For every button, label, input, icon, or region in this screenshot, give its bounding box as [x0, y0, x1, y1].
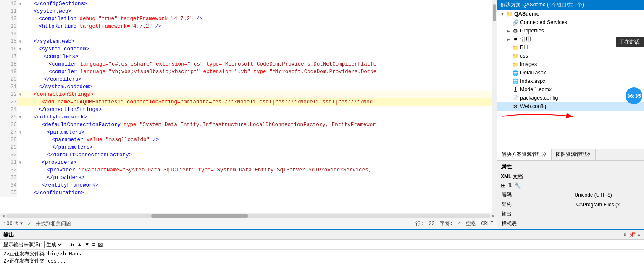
code-line-content: <system.codedom> — [24, 45, 492, 53]
code-line-content: <compilers> — [24, 53, 492, 61]
tab-sol-label: 解决方案资源管理器 — [502, 151, 547, 157]
code-row: 20 </compilers> — [0, 76, 492, 83]
tab-team-label: 团队资源管理器 — [556, 151, 591, 157]
props-val: Unicode (UTF-8) — [571, 190, 644, 199]
props-val — [571, 219, 644, 228]
code-line-content: </compilers> — [24, 76, 492, 83]
output-btn-down[interactable]: ⬇ — [623, 231, 626, 238]
code-line-content: <defaultConnectionFactory type="System.D… — [24, 121, 492, 129]
collapse-toggle[interactable]: ▼ — [17, 38, 24, 45]
tree-item-Connected-Services[interactable]: 🔗Connected Services — [497, 18, 644, 26]
tab-team-explorer[interactable]: 团队资源管理器 — [552, 149, 596, 160]
code-row: 30 </defaultConnectionFactory> — [0, 151, 492, 159]
output-wrap-toggle[interactable]: ≡ — [92, 241, 95, 248]
collapse-toggle — [17, 136, 24, 144]
timer-value: 36:35 — [627, 93, 641, 99]
code-line-content: <add name="FAQDBEntities1" connectionStr… — [24, 98, 492, 106]
code-line-content: <parameters> — [24, 129, 492, 136]
collapse-toggle — [17, 76, 24, 83]
collapse-toggle[interactable]: ▼ — [17, 129, 24, 136]
props-icon-wrench[interactable]: 🔧 — [514, 182, 521, 189]
output-clear[interactable]: ⊠ — [98, 241, 103, 248]
tree-label: 引用 — [520, 36, 531, 43]
code-row: 29 </parameters> — [0, 144, 492, 151]
tree-item-css[interactable]: 📁css — [497, 52, 644, 60]
status-bar: 100 % ▼ ✔ 未找到相关问题 行: 22 字符: 4 空格 CRLF — [0, 218, 497, 229]
collapse-toggle — [17, 151, 24, 159]
tree-item-packages.config[interactable]: 📄packages.config — [497, 94, 644, 102]
code-row: 11 <system.web> — [0, 8, 492, 15]
output-scroll-up[interactable]: ▲ — [77, 242, 82, 247]
h-scroll-thumb[interactable] — [151, 214, 248, 218]
code-line-content: <compiler language="c#;cs;csharp" extens… — [24, 61, 492, 68]
line-number: 18 — [0, 61, 17, 68]
output-scroll-down[interactable]: ▼ — [84, 242, 89, 247]
tab-solution-explorer[interactable]: 解决方案资源管理器 — [497, 149, 552, 160]
output-source-select[interactable]: 生成 — [44, 241, 63, 248]
collapse-toggle — [17, 83, 24, 91]
output-title: 输出 — [3, 231, 14, 239]
solution-header: 解决方案 QASdemo (1个项目/共 1个) — [497, 0, 644, 10]
code-line-content: </defaultConnectionFactory> — [24, 151, 492, 159]
props-row: 编码Unicode (UTF-8) — [498, 190, 643, 199]
vertical-scrollbar[interactable] — [492, 0, 497, 213]
tree-file-icon: ⚙ — [512, 28, 519, 34]
props-key: 样式表 — [498, 219, 570, 228]
collapse-toggle[interactable]: ▼ — [17, 113, 24, 121]
collapse-toggle[interactable]: ▼ — [17, 91, 24, 98]
tree-item-QASdemo[interactable]: ▼📁QASdemo — [497, 10, 644, 18]
code-line-content: </connectionStrings> — [24, 106, 492, 113]
line-number: 23 — [0, 98, 17, 106]
code-line-content: <entityFramework> — [24, 113, 492, 121]
code-row: 22▼<connectionStrings> — [0, 91, 492, 98]
output-source-row: 显示输出来源(S): 生成 ⏮ ▲ ▼ ≡ ⊠ — [0, 240, 644, 250]
collapse-toggle[interactable]: ▼ — [17, 0, 24, 8]
collapse-toggle — [17, 53, 24, 61]
output-close-icon[interactable]: ✕ — [637, 231, 641, 238]
output-scroll-start[interactable]: ⏮ — [69, 242, 74, 247]
code-row: 24 </connectionStrings> — [0, 106, 492, 113]
line-number: 19 — [0, 68, 17, 76]
output-pin-icon[interactable]: 📌 — [628, 231, 636, 238]
v-scroll-thumb[interactable] — [493, 4, 496, 21]
h-scrollbar[interactable] — [6, 214, 491, 218]
status-message: 未找到相关问题 — [36, 220, 71, 227]
tree-file-icon: 🌐 — [512, 70, 519, 76]
code-line-content: </system.web> — [24, 38, 492, 45]
code-line-content: <compilation debug="true" targetFramewor… — [24, 15, 492, 23]
props-val — [571, 210, 644, 218]
props-icon-sort[interactable]: ⇅ — [507, 182, 513, 189]
tree-label: css — [520, 53, 528, 59]
line-number: 29 — [0, 144, 17, 151]
row-label: 行: — [415, 220, 423, 227]
line-number: 30 — [0, 151, 17, 159]
properties-panel: 属性 XML 文档 ⊞ ⇅ 🔧 编码Unicode (UTF-8)架构"C:\P… — [497, 161, 644, 229]
zoom-dropdown[interactable]: ▼ — [20, 221, 23, 226]
line-number: 15 — [0, 38, 17, 45]
tree-item-images[interactable]: 📁images — [497, 60, 644, 68]
right-panel: 解决方案 QASdemo (1个项目/共 1个) ▼📁QASdemo 🔗Conn… — [497, 0, 644, 229]
space-label: 空格 — [466, 220, 476, 227]
code-row: 19 <compiler language="vb;vbs;visualbasi… — [0, 68, 492, 76]
tree-item-Detail.aspx[interactable]: 🌐Detail.aspx — [497, 68, 644, 77]
char-label: 字符: — [440, 220, 453, 227]
line-number: 28 — [0, 136, 17, 144]
tree-item-Properties[interactable]: ▶⚙Properties — [497, 26, 644, 35]
tree-item-Model1.edmx[interactable]: 🗄Model1.edmx — [497, 85, 644, 94]
tree-label: Web.config — [520, 103, 546, 109]
line-number: 33 — [0, 174, 17, 182]
code-row: 13 <httpRuntime targetFramework="4.7.2" … — [0, 23, 492, 30]
code-row: 18 <compiler language="c#;cs;csharp" ext… — [0, 61, 492, 68]
tree-item-Index.aspx[interactable]: 🌐Index.aspx — [497, 77, 644, 85]
collapse-toggle[interactable]: ▼ — [17, 45, 24, 53]
code-line-content: <connectionStrings> — [24, 91, 492, 98]
zoom-level[interactable]: 100 % ▼ — [3, 221, 23, 227]
tree-file-icon: 📁 — [512, 53, 519, 59]
code-line-content: </entityFramework> — [24, 182, 492, 189]
solution-explorer: 解决方案 QASdemo (1个项目/共 1个) ▼📁QASdemo 🔗Conn… — [497, 0, 644, 149]
collapse-toggle — [17, 144, 24, 151]
char-value: 4 — [458, 221, 461, 227]
collapse-toggle[interactable]: ▼ — [17, 159, 24, 166]
talking-text: 正在讲话: — [619, 39, 641, 45]
tree-item-Web.config[interactable]: ⚙Web.config — [497, 102, 644, 111]
